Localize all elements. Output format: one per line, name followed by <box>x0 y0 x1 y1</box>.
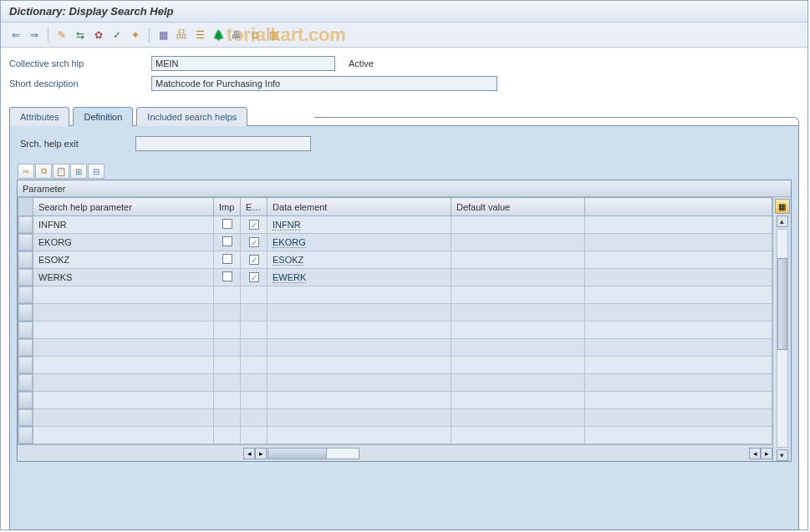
checkbox-icon[interactable] <box>222 254 232 264</box>
cell-empty[interactable] <box>451 322 585 339</box>
data-element-link[interactable]: ESOKZ <box>273 255 303 266</box>
collective-srch-hlp-field[interactable] <box>151 56 335 71</box>
insert-row-icon[interactable]: ⊞ <box>70 164 87 179</box>
cell-empty[interactable] <box>214 339 241 357</box>
cell-empty[interactable] <box>241 304 267 322</box>
cell-empty[interactable] <box>33 322 214 339</box>
cell-empty[interactable] <box>214 322 241 339</box>
cell-empty[interactable] <box>33 409 214 427</box>
cell-empty[interactable] <box>585 286 772 304</box>
cell-default[interactable] <box>451 269 585 286</box>
scroll-left-first-icon[interactable]: ◂ <box>243 448 255 459</box>
col-imp[interactable]: Imp <box>214 198 241 216</box>
cell-default[interactable] <box>451 234 585 251</box>
where-used-icon[interactable]: ▦ <box>155 27 171 43</box>
tab-attributes[interactable]: Attributes <box>9 107 69 126</box>
checkbox-checked-icon[interactable]: ✓ <box>249 255 259 265</box>
cell-empty[interactable] <box>214 427 241 444</box>
cell-empty[interactable] <box>241 357 267 374</box>
cell-empty[interactable] <box>267 304 451 322</box>
table-settings-icon[interactable]: ▦ <box>775 199 790 214</box>
cell-empty[interactable] <box>33 339 214 357</box>
cell-empty[interactable] <box>451 409 585 427</box>
cell-empty[interactable] <box>33 392 214 409</box>
cell-empty[interactable] <box>241 322 267 339</box>
data-element-link[interactable]: INFNR <box>273 220 301 231</box>
hierarchy-icon[interactable]: 品 <box>173 27 190 43</box>
checkbox-checked-icon[interactable]: ✓ <box>249 237 259 247</box>
cell-empty[interactable] <box>451 374 585 392</box>
col-data-element[interactable]: Data element <box>267 198 451 216</box>
vscroll-thumb[interactable] <box>777 258 787 350</box>
cell-empty[interactable] <box>214 286 241 304</box>
check-icon[interactable]: ✓ <box>109 27 125 43</box>
col-default-value[interactable]: Default value <box>451 198 585 216</box>
cell-empty[interactable] <box>33 304 214 322</box>
display-list-icon[interactable]: ☰ <box>191 27 208 43</box>
col-exp[interactable]: Ex... <box>241 198 267 216</box>
tree-icon[interactable]: 🌲 <box>210 27 227 43</box>
cell-empty[interactable] <box>585 392 772 409</box>
cell-empty[interactable] <box>214 374 241 392</box>
tab-definition[interactable]: Definition <box>73 107 133 126</box>
scroll-right-icon[interactable]: ◂ <box>749 448 761 459</box>
cell-empty[interactable] <box>214 304 241 322</box>
edit-icon[interactable]: ✎ <box>53 27 70 43</box>
scroll-down-icon[interactable]: ▾ <box>777 449 788 461</box>
cell-empty[interactable] <box>241 427 267 444</box>
cell-empty[interactable] <box>241 409 267 427</box>
cell-empty[interactable] <box>585 304 772 322</box>
cell-empty[interactable] <box>451 427 585 444</box>
tab-included-search-helps[interactable]: Included search helps <box>136 107 247 126</box>
checkbox-icon[interactable] <box>222 219 232 229</box>
scroll-up-icon[interactable]: ▴ <box>777 215 788 227</box>
print-icon[interactable]: 🖶 <box>228 27 245 43</box>
toggle-icon[interactable]: ⇆ <box>72 27 89 43</box>
scroll-left-icon[interactable]: ▸ <box>255 448 267 459</box>
back-button[interactable]: ⇐ <box>8 27 24 43</box>
cell-empty[interactable] <box>267 339 451 357</box>
cell-empty[interactable] <box>585 322 772 339</box>
row-handle[interactable] <box>18 286 33 303</box>
row-handle[interactable] <box>18 269 33 286</box>
cell-empty[interactable] <box>585 427 772 444</box>
checkbox-checked-icon[interactable]: ✓ <box>249 272 259 282</box>
cell-empty[interactable] <box>451 392 585 409</box>
data-element-link[interactable]: EWERK <box>273 272 306 283</box>
cell-empty[interactable] <box>214 392 241 409</box>
row-handle[interactable] <box>18 427 33 443</box>
cell-empty[interactable] <box>451 357 585 374</box>
cell-empty[interactable] <box>33 374 214 392</box>
short-description-field[interactable] <box>151 76 497 91</box>
cell-empty[interactable] <box>267 427 451 444</box>
cell-empty[interactable] <box>267 409 451 427</box>
cell-param[interactable]: ESOKZ <box>33 251 214 269</box>
cell-empty[interactable] <box>33 427 214 444</box>
activate-icon[interactable]: ✿ <box>90 27 107 43</box>
row-handle[interactable] <box>18 304 33 321</box>
cell-empty[interactable] <box>585 409 772 427</box>
cut-icon[interactable]: ✂ <box>18 164 34 179</box>
cell-empty[interactable] <box>267 374 451 392</box>
row-handle[interactable] <box>18 409 33 426</box>
cell-empty[interactable] <box>585 374 772 392</box>
cell-empty[interactable] <box>267 322 451 339</box>
cell-empty[interactable] <box>267 286 451 304</box>
cell-empty[interactable] <box>214 409 241 427</box>
cell-empty[interactable] <box>585 357 772 374</box>
cell-empty[interactable] <box>241 339 267 357</box>
vscroll-track[interactable] <box>777 229 788 448</box>
cell-empty[interactable] <box>33 286 214 304</box>
cell-empty[interactable] <box>241 374 267 392</box>
row-handle[interactable] <box>18 216 33 233</box>
cell-param[interactable]: INFNR <box>33 216 214 234</box>
select-all-handle[interactable] <box>18 198 33 216</box>
cell-data-element[interactable]: EKORG <box>267 234 451 251</box>
cell-param[interactable]: WERKS <box>33 269 214 286</box>
cell-default[interactable] <box>451 216 585 234</box>
wand-icon[interactable]: ✦ <box>127 27 144 43</box>
tech-icon[interactable]: ⧉ <box>247 27 263 43</box>
hscroll-track[interactable] <box>267 448 359 459</box>
copy-icon[interactable]: ⧉ <box>35 164 52 179</box>
row-handle[interactable] <box>18 251 33 268</box>
